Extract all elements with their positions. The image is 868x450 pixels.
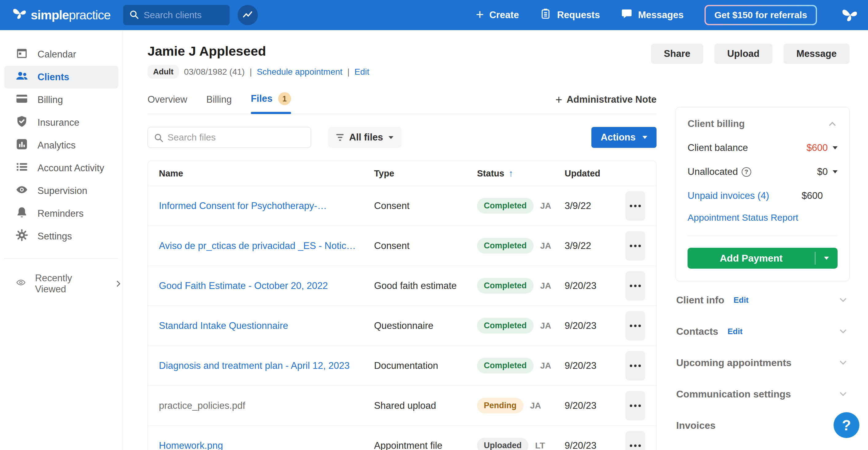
sidebar-item-insurance[interactable]: Insurance [4,111,118,134]
file-name-link[interactable]: Good Faith Estimate - October 20, 2022 [159,280,374,291]
message-button[interactable]: Message [783,43,849,64]
sidebar-item-settings[interactable]: Settings [4,225,118,248]
status-badge: Pending [477,398,523,413]
row-menu-button[interactable] [625,351,645,381]
plus-icon: + [476,8,484,21]
table-row: Diagnosis and treatment plan - April 12,… [148,346,656,386]
gear-icon [16,229,28,244]
client-summary: Jamie J Appleseed Adult 03/08/1982 (41) … [148,43,369,79]
section-upcoming-appointments[interactable]: Upcoming appointments [676,347,849,379]
column-header-status[interactable]: Status ↑ [477,168,565,179]
chevron-down-icon[interactable] [838,358,848,368]
client-search-box[interactable] [123,5,229,25]
file-name-link[interactable]: Informed Consent for Psychotherapy-… [159,201,374,211]
signer-initials: JA [540,361,551,371]
file-name-link[interactable]: Standard Intake Questionnaire [159,320,374,331]
edit-client-info-link[interactable]: Edit [733,295,748,305]
add-payment-dropdown[interactable] [815,252,838,265]
file-name-link[interactable]: Homework.png [159,440,374,450]
section-invoices[interactable]: Invoices [676,410,849,441]
section-communication-settings[interactable]: Communication settings [676,379,849,410]
sidebar-item-label: Calendar [37,49,76,60]
add-payment-button[interactable]: Add Payment [688,248,838,269]
sidebar: Calendar Clients Billing [0,30,123,450]
file-name-link[interactable]: Aviso de pr_cticas de privacidad _ES - N… [159,240,374,251]
unpaid-invoices-value: $600 [802,190,823,201]
chevron-right-icon [114,279,123,288]
column-header-updated[interactable]: Updated [565,169,614,179]
status-badge: Uploaded [477,438,528,450]
files-filter-dropdown[interactable]: All files [328,127,401,148]
chevron-down-icon[interactable] [838,326,848,337]
create-button[interactable]: + Create [476,8,519,22]
chevron-down-icon[interactable] [838,295,848,305]
file-updated-date: 9/20/23 [565,280,614,291]
unallocated-value: $0 [817,166,828,177]
sidebar-item-label: Account Activity [37,162,104,174]
activity-trend-button[interactable] [238,5,258,25]
butterfly-corner-icon [840,0,860,30]
speech-bubble-icon [621,8,632,22]
row-menu-button[interactable] [625,191,645,221]
sidebar-item-calendar[interactable]: Calendar [4,43,118,66]
sidebar-item-supervision[interactable]: Supervision [4,180,118,202]
row-menu-button[interactable] [625,431,645,450]
recently-viewed-label: Recently Viewed [35,273,96,295]
status-badge: Completed [477,198,534,214]
administrative-note-button[interactable]: + Administrative Note [555,94,656,114]
files-search-box[interactable] [148,127,311,148]
sidebar-item-label: Reminders [37,208,84,219]
chevron-down-icon[interactable] [838,389,848,399]
upload-button[interactable]: Upload [714,43,772,64]
chevron-down-icon[interactable] [833,170,838,173]
tab-billing[interactable]: Billing [206,94,232,114]
edit-contacts-link[interactable]: Edit [727,327,743,336]
sidebar-item-label: Billing [37,94,63,106]
appointment-status-report-link[interactable]: Appointment Status Report [688,212,798,222]
file-type: Shared upload [374,400,477,411]
help-button[interactable]: ? [834,412,859,438]
row-menu-button[interactable] [625,391,645,420]
column-header-type[interactable]: Type [374,169,477,179]
schedule-appointment-link[interactable]: Schedule appointment [257,67,342,77]
sidebar-item-account-activity[interactable]: Account Activity [4,157,118,180]
billing-icon [16,92,28,108]
help-tooltip-icon[interactable]: ? [742,167,751,177]
chevron-down-icon [389,136,394,139]
row-menu-button[interactable] [625,231,645,261]
sidebar-item-reminders[interactable]: Reminders [4,202,118,225]
eye-icon [16,183,28,199]
messages-button[interactable]: Messages [621,8,684,22]
row-menu-button[interactable] [625,271,645,301]
table-header-row: Name Type Status ↑ Updated [148,161,656,186]
unpaid-invoices-link[interactable]: Unpaid invoices (4) [688,190,769,201]
requests-button[interactable]: Requests [540,8,600,22]
file-type: Questionnaire [374,320,477,331]
brand-logo[interactable]: simplepractice [12,6,110,24]
section-client-info[interactable]: Client info Edit [676,284,849,316]
section-contacts[interactable]: Contacts Edit [676,316,849,347]
share-button[interactable]: Share [651,43,703,64]
section-billing-documents[interactable]: Billing documents ? [676,441,849,450]
separator: | [250,67,252,77]
actions-dropdown-button[interactable]: Actions [591,127,656,148]
client-search-input[interactable] [144,10,224,20]
client-age-badge: Adult [148,65,179,79]
collapse-chevron-up-icon[interactable] [827,119,838,129]
sidebar-item-clients[interactable]: Clients [4,66,118,89]
chevron-down-icon[interactable] [833,146,838,149]
tab-files[interactable]: Files 1 [251,92,291,114]
files-search-input[interactable] [148,127,311,148]
tab-overview[interactable]: Overview [148,94,187,114]
files-section: Overview Billing Files 1 + Administrativ… [148,92,656,450]
file-name-link[interactable]: Diagnosis and treatment plan - April 12,… [159,360,374,371]
edit-client-link[interactable]: Edit [354,67,369,77]
referral-button[interactable]: Get $150 for referrals [705,5,817,25]
row-menu-button[interactable] [625,311,645,340]
bell-icon [16,206,28,221]
sidebar-item-analytics[interactable]: Analytics [4,134,118,157]
recently-viewed-toggle[interactable]: Recently Viewed [0,273,123,295]
chevron-down-icon [642,136,647,139]
column-header-name[interactable]: Name [159,169,374,179]
sidebar-item-billing[interactable]: Billing [4,89,118,111]
